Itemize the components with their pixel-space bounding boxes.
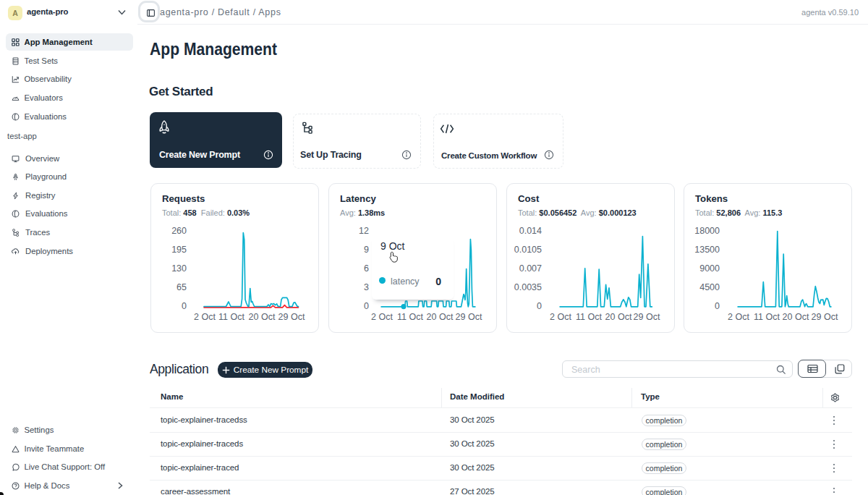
svg-text:6: 6 (364, 263, 369, 274)
svg-text:11 Oct: 11 Oct (218, 312, 244, 322)
svg-text:0: 0 (537, 301, 542, 311)
svg-text:0.0105: 0.0105 (514, 245, 542, 255)
svg-text:9: 9 (364, 245, 369, 255)
svg-text:20 Oct: 20 Oct (605, 312, 632, 322)
svg-text:0.007: 0.007 (519, 263, 542, 274)
svg-text:2 Oct: 2 Oct (194, 312, 216, 322)
svg-text:20 Oct: 20 Oct (249, 312, 276, 322)
svg-text:4500: 4500 (699, 282, 720, 292)
svg-text:11 Oct: 11 Oct (576, 312, 602, 322)
svg-text:65: 65 (176, 282, 187, 292)
svg-text:13500: 13500 (694, 245, 720, 255)
svg-text:29 Oct: 29 Oct (812, 312, 838, 322)
svg-text:0.0035: 0.0035 (514, 282, 542, 292)
svg-text:0: 0 (715, 301, 720, 311)
svg-text:11 Oct: 11 Oct (754, 312, 780, 322)
svg-text:20 Oct: 20 Oct (783, 312, 809, 322)
svg-text:3: 3 (364, 282, 369, 292)
svg-text:18000: 18000 (694, 226, 720, 236)
svg-text:20 Oct: 20 Oct (427, 312, 454, 322)
svg-text:0: 0 (182, 301, 187, 311)
svg-text:260: 260 (171, 226, 187, 236)
svg-text:0.014: 0.014 (519, 226, 542, 236)
svg-text:2 Oct: 2 Oct (728, 312, 749, 322)
svg-text:9000: 9000 (699, 263, 720, 274)
svg-text:29 Oct: 29 Oct (634, 312, 660, 322)
svg-text:12: 12 (359, 226, 369, 236)
svg-text:195: 195 (171, 245, 187, 255)
svg-text:130: 130 (171, 263, 187, 274)
svg-text:2 Oct: 2 Oct (371, 312, 393, 322)
svg-text:29 Oct: 29 Oct (456, 312, 482, 322)
svg-text:0: 0 (364, 301, 369, 311)
svg-text:2 Oct: 2 Oct (550, 312, 571, 322)
svg-text:11 Oct: 11 Oct (397, 312, 423, 322)
svg-text:29 Oct: 29 Oct (278, 312, 305, 322)
